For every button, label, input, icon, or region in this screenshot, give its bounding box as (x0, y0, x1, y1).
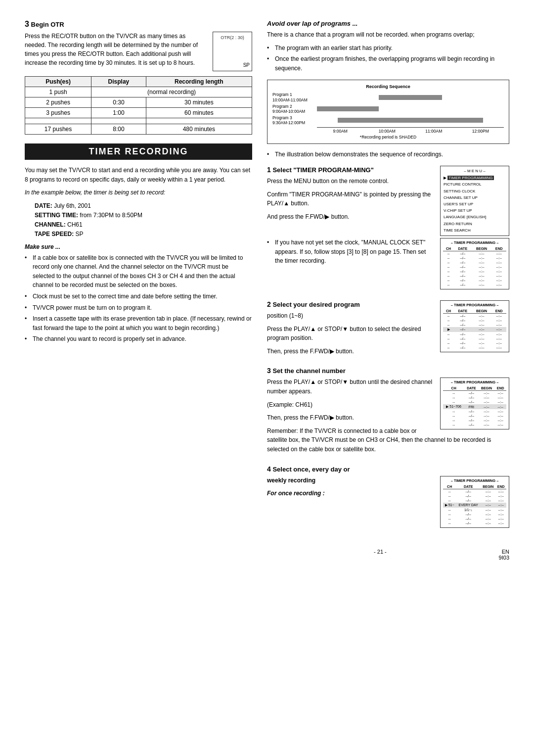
pushes-cell: 17 pushes (25, 124, 91, 135)
timer-prog-table4: – TIMER PROGRAMMING – CH DATE BEGIN END … (440, 476, 509, 528)
timeline-time: 10:00AM (364, 129, 411, 134)
timeline-time: 9:00AM (317, 129, 364, 134)
timer-prog-table3: – TIMER PROGRAMMING – CH DATE BEGIN END … (440, 378, 509, 429)
table-row: ----/----:----:-- (443, 409, 506, 414)
otr-display-sp: SP (243, 62, 250, 68)
step3-number: 3 (25, 20, 29, 28)
rec-seq-row: Program 1 10:00AM-11:00AM (272, 92, 504, 102)
col-date: DATE (464, 386, 478, 391)
table-row: ----/----:----:-- (443, 313, 506, 318)
program-label: Program 2 9:00AM-10:00AM (272, 104, 317, 114)
list-item: Clock must be set to the correct time an… (25, 292, 252, 301)
col-date: DATE (454, 309, 471, 314)
pushes-cell: 3 pushes (25, 108, 91, 118)
col-ch: CH (443, 484, 456, 489)
step2-section: – TIMER PROGRAMMING – CH DATE BEGIN END … (267, 300, 509, 360)
table-row: ----/----:----:-- (443, 332, 506, 336)
step3-section: 3 Set the channel number – TIMER PROGRAM… (267, 367, 509, 458)
tptm-title: – TIMER PROGRAMMING – (443, 380, 506, 384)
tp-table: CH DATE BEGIN END ----/----:----:-- ----… (443, 484, 506, 525)
table-row: ----/----:----:-- (443, 391, 506, 396)
col-ch: CH (443, 309, 454, 314)
otr-col-length: Recording length (146, 77, 252, 87)
table-row: --1/1↑↓--:----:-- (443, 508, 506, 512)
length-cell: 60 minutes (146, 108, 252, 118)
footer-left (25, 549, 262, 561)
list-item: The channel you want to record is proper… (25, 334, 252, 344)
avoid-overlap-section: Avoid over lap of programs ... There is … (267, 20, 509, 73)
rec-seq-timeline: 9:00AM 10:00AM 11:00AM 12:00PM (317, 127, 504, 134)
step1-number: 1 (267, 166, 271, 174)
step2-title: Select your desired program (272, 301, 359, 308)
step3-header: 3 Begin OTR (25, 20, 252, 29)
pushes-cell: 1 push (25, 87, 91, 97)
table-row-highlight: ▶ 51~EVERY DAY--:----:-- (443, 503, 506, 508)
otr-table: Push(es) Display Recording length 1 push… (25, 76, 252, 135)
step4-title: Select once, every day or (272, 466, 350, 473)
rec-bar (317, 106, 379, 111)
table-row: ----/----:----:-- (443, 512, 506, 517)
rec-seq-bar-area (317, 117, 504, 123)
table-row: ----/----:----:-- (443, 418, 506, 423)
table-row: ----/----:----:-- (443, 318, 506, 323)
page-footer: - 21 - EN 9I03 (25, 549, 509, 561)
table-row-highlight: ▶ 51~706FRI--:----:-- (443, 404, 506, 409)
col-begin: BEGIN (479, 386, 495, 391)
tp-table: CH DATE BEGIN END ----/----:----:-- ----… (443, 309, 506, 350)
illustration-text: The illustration below demonstrates the … (267, 150, 509, 159)
tptm-title: – TIMER PROGRAMMING – (443, 303, 506, 307)
step3-timer-header: 3 Set the channel number (267, 367, 509, 375)
table-row: ----/----:----:-- (443, 423, 506, 427)
menu-item: LANGUAGE [ENGLISH] (444, 214, 506, 220)
col-end: END (492, 309, 506, 314)
menu-item: ▶ TIMER PROGRAMMING (444, 175, 506, 181)
table-row: ----/----:----:-- (443, 395, 506, 400)
step3-title: Begin OTR (31, 21, 64, 28)
display-cell: 8:00 (91, 124, 146, 135)
right-column: Avoid over lap of programs ... There is … (267, 20, 509, 539)
table-row: ----/----:----:-- (443, 323, 506, 327)
length-cell: 480 minutes (146, 124, 252, 135)
menu-item: TIME SEARCH (444, 227, 506, 234)
setting-time-line: SETTING TIME: from 7:30PM to 8:50PM (35, 211, 252, 220)
program-label: Program 1 10:00AM-11:00AM (272, 92, 317, 102)
timer-recording-intro: You may set the TV/VCR to start and end … (25, 166, 252, 184)
empty-cell (25, 118, 91, 124)
step3-timer-title: Set the channel number (272, 367, 345, 375)
table-row (25, 118, 252, 124)
table-row: 3 pushes 1:00 60 minutes (25, 108, 252, 118)
list-item: If a cable box or satellite box is conne… (25, 253, 252, 290)
table-row: ----/----:----:-- (443, 494, 506, 498)
make-sure-list: If a cable box or satellite box is conne… (25, 253, 252, 344)
list-item: TV/VCR power must be turn on to program … (25, 303, 252, 313)
rec-seq-title: Recording Sequence (272, 84, 504, 89)
col-date: DATE (456, 484, 481, 489)
otr-description: Press the REC/OTR button on the TV/VCR a… (25, 32, 207, 71)
table-row: ----/----:----:-- (443, 283, 506, 287)
list-item: Insert a cassette tape with its erase pr… (25, 314, 252, 332)
empty-cell (91, 118, 146, 124)
table-row: ----/----:----:-- (443, 521, 506, 525)
step1-title: Select "TIMER PROGRAM-MING" (272, 166, 373, 174)
program-label: Program 3 9:30AM-12:00PM (272, 115, 317, 125)
menu-item: PICTURE CONTROL (444, 181, 506, 188)
col-begin: BEGIN (471, 309, 491, 314)
col-begin: BEGIN (481, 484, 495, 489)
step4-section: 4 Select once, every day or – TIMER PROG… (267, 465, 509, 532)
menu-item: ZERO RETURN (444, 221, 506, 227)
table-row: ----/----:----:-- (443, 269, 506, 274)
avoid-overlap-title: Avoid over lap of programs ... (267, 20, 509, 27)
step4-number: 4 (267, 465, 271, 473)
rec-bar (379, 95, 443, 100)
table-row: 2 pushes 0:30 30 minutes (25, 97, 252, 108)
table-row: 17 pushes 8:00 480 minutes (25, 124, 252, 135)
table-row: ----/----:----:-- (443, 400, 506, 404)
rec-sequence-box: Recording Sequence Program 1 10:00AM-11:… (267, 80, 509, 143)
menu-title: – M E N U – (444, 168, 506, 174)
menu-item: USER'S SET UP (444, 201, 506, 207)
col-end: END (495, 484, 506, 489)
col-ch: CH (443, 386, 464, 391)
otr-display-label: OTR(2 : 30) (221, 35, 244, 40)
empty-cell (146, 118, 252, 124)
table-row: ----/----:----:-- (443, 341, 506, 345)
